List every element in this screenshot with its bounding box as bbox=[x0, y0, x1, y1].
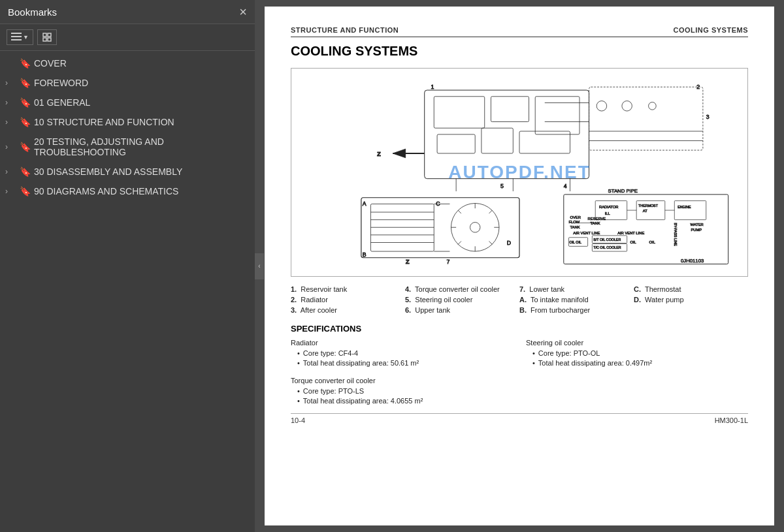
svg-rect-33 bbox=[361, 198, 519, 258]
svg-text:ILL: ILL bbox=[605, 211, 611, 215]
page-container: STRUCTURE AND FUNCTION COOLING SYSTEMS C… bbox=[265, 7, 774, 525]
bookmark-item-general[interactable]: › 🔖 01 GENERAL bbox=[0, 93, 255, 112]
svg-text:B: B bbox=[363, 251, 367, 258]
svg-text:WATER: WATER bbox=[691, 223, 704, 227]
svg-rect-6 bbox=[48, 38, 51, 41]
svg-rect-8 bbox=[434, 97, 484, 128]
spec-torque-area: Total heat dissipating area: 4.0655 m² bbox=[291, 397, 513, 405]
svg-text:AIR VENT LINE: AIR VENT LINE bbox=[573, 231, 600, 235]
svg-text:OVER: OVER bbox=[570, 215, 580, 219]
svg-rect-9 bbox=[491, 97, 529, 122]
bookmark-item-cover[interactable]: 🔖 COVER bbox=[0, 54, 255, 73]
spec-radiator-title: Radiator bbox=[291, 339, 513, 347]
svg-rect-66 bbox=[674, 201, 706, 220]
bookmark-list: 🔖 COVER › 🔖 FOREWORD › 🔖 01 GENERAL › 🔖 … bbox=[0, 51, 255, 532]
spec-radiator-area: Total heat dissipating area: 50.61 m² bbox=[291, 359, 513, 367]
bookmark-label-diagrams: 90 DIAGRAMS AND SCHEMATICS bbox=[34, 186, 178, 196]
svg-rect-34 bbox=[370, 204, 434, 251]
bookmark-label-structure: 10 STRUCTURE AND FUNCTION bbox=[34, 117, 174, 127]
sidebar-header: Bookmarks × bbox=[0, 0, 255, 24]
expand-all-button[interactable] bbox=[37, 29, 57, 45]
svg-point-19 bbox=[649, 102, 657, 110]
svg-line-43 bbox=[458, 242, 461, 245]
svg-text:OIL OIL: OIL OIL bbox=[570, 240, 581, 244]
svg-rect-12 bbox=[482, 128, 513, 153]
bookmark-icon-general: 🔖 bbox=[20, 97, 30, 108]
svg-text:1: 1 bbox=[431, 84, 434, 90]
caption-C: C. Thermostat bbox=[634, 285, 748, 294]
svg-text:THERMOST: THERMOST bbox=[638, 204, 659, 208]
expand-arrow-testing: › bbox=[5, 142, 16, 151]
svg-text:5: 5 bbox=[500, 183, 504, 189]
svg-text:ENGINE: ENGINE bbox=[678, 205, 691, 209]
bookmark-label-general: 01 GENERAL bbox=[34, 97, 90, 108]
document-id: HM300-1L bbox=[715, 416, 748, 424]
svg-text:3: 3 bbox=[706, 114, 710, 120]
caption-B: B. From turbocharger bbox=[519, 305, 634, 315]
svg-line-42 bbox=[489, 210, 493, 213]
svg-rect-1 bbox=[11, 36, 22, 37]
specs-grid: Radiator Core type: CF4-4 Total heat dis… bbox=[291, 339, 748, 407]
sidebar: Bookmarks × ▼ 🔖 COVER bbox=[0, 0, 255, 532]
bookmark-icon-cover: 🔖 bbox=[20, 58, 30, 69]
svg-line-41 bbox=[458, 210, 461, 213]
bookmark-item-foreword[interactable]: › 🔖 FOREWORD bbox=[0, 73, 255, 93]
svg-rect-10 bbox=[535, 97, 580, 134]
main-content: STRUCTURE AND FUNCTION COOLING SYSTEMS C… bbox=[255, 0, 784, 532]
svg-text:T/C OIL COOLER: T/C OIL COOLER bbox=[593, 245, 621, 249]
specs-right: Steering oil cooler Core type: PTO-OL To… bbox=[526, 339, 748, 407]
diagram-box: 1 2 3 Z 5 4 bbox=[291, 68, 748, 277]
svg-rect-3 bbox=[43, 33, 46, 37]
cooling-system-diagram: 1 2 3 Z 5 4 bbox=[298, 78, 741, 267]
bookmark-item-diagrams[interactable]: › 🔖 90 DIAGRAMS AND SCHEMATICS bbox=[0, 181, 255, 201]
svg-rect-0 bbox=[11, 33, 22, 34]
sidebar-close-button[interactable]: × bbox=[239, 5, 247, 18]
header-section-label: STRUCTURE AND FUNCTION bbox=[291, 26, 399, 34]
svg-text:2: 2 bbox=[696, 84, 700, 90]
caption-2: 2. Radiator bbox=[291, 295, 405, 304]
spec-steering-title: Steering oil cooler bbox=[526, 339, 748, 347]
list-view-button[interactable]: ▼ bbox=[7, 29, 33, 45]
list-icon bbox=[11, 32, 22, 42]
svg-point-17 bbox=[596, 101, 606, 111]
expand-arrow-general: › bbox=[5, 98, 16, 107]
svg-text:RADIATOR: RADIATOR bbox=[599, 205, 618, 209]
svg-text:AT: AT bbox=[643, 209, 647, 213]
page-header: STRUCTURE AND FUNCTION COOLING SYSTEMS bbox=[291, 26, 748, 37]
bookmark-item-disassembly[interactable]: › 🔖 30 DISASSEMBLY AND ASSEMBLY bbox=[0, 162, 255, 181]
page-main-title: COOLING SYSTEMS bbox=[291, 44, 748, 59]
svg-point-18 bbox=[622, 101, 632, 111]
svg-text:PUMP: PUMP bbox=[691, 228, 702, 232]
svg-text:TANK: TANK bbox=[590, 221, 600, 225]
svg-rect-11 bbox=[437, 134, 475, 153]
engine-assembly: 1 2 3 Z 5 4 bbox=[377, 84, 710, 191]
bookmark-item-structure[interactable]: › 🔖 10 STRUCTURE AND FUNCTION bbox=[0, 112, 255, 132]
svg-point-36 bbox=[470, 223, 480, 232]
page-number: 10-4 bbox=[291, 416, 305, 424]
svg-text:OIL: OIL bbox=[649, 240, 656, 244]
bookmark-icon-testing: 🔖 bbox=[20, 142, 30, 152]
spec-torque-core: Core type: PTO-LS bbox=[291, 387, 513, 395]
svg-text:AIR VENT LINE: AIR VENT LINE bbox=[617, 231, 644, 235]
spec-steering-area: Total heat dissipating area: 0.497m² bbox=[526, 359, 748, 367]
sidebar-collapse-button[interactable]: ‹ bbox=[255, 253, 264, 279]
sidebar-title: Bookmarks bbox=[8, 7, 57, 18]
svg-text:S/T OIL COOLER: S/T OIL COOLER bbox=[593, 238, 621, 242]
svg-text:4: 4 bbox=[564, 183, 567, 189]
bookmark-icon-structure: 🔖 bbox=[20, 117, 30, 127]
svg-rect-4 bbox=[48, 33, 51, 37]
caption-empty bbox=[634, 305, 748, 315]
dropdown-arrow: ▼ bbox=[23, 34, 29, 40]
bookmark-item-testing[interactable]: › 🔖 20 TESTING, ADJUSTING AND TROUBLESHO… bbox=[0, 132, 255, 162]
expand-spacer bbox=[5, 59, 16, 68]
svg-rect-2 bbox=[11, 39, 22, 40]
bookmark-label-testing: 20 TESTING, ADJUSTING AND TROUBLESHOOTIN… bbox=[34, 136, 248, 157]
specs-title: SPECIFICATIONS bbox=[291, 324, 748, 334]
svg-text:Z: Z bbox=[377, 150, 381, 157]
svg-text:BY-PASS LINE: BY-PASS LINE bbox=[674, 223, 678, 246]
svg-text:RESERVE: RESERVE bbox=[588, 217, 606, 221]
expand-arrow-disassembly: › bbox=[5, 167, 16, 176]
svg-text:0JH01103: 0JH01103 bbox=[681, 258, 704, 264]
svg-rect-5 bbox=[43, 38, 46, 41]
caption-D: D. Water pump bbox=[634, 295, 748, 304]
